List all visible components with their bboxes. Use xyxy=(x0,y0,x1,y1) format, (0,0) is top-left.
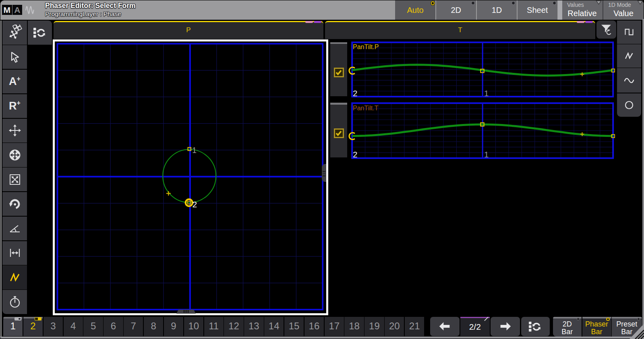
svg-text:PanTilt.P: PanTilt.P xyxy=(353,43,379,50)
svg-text:2: 2 xyxy=(353,89,357,98)
svg-text:1: 1 xyxy=(484,149,489,159)
svg-text:PanTilt.T: PanTilt.T xyxy=(353,104,379,111)
svg-text:1: 1 xyxy=(484,89,489,98)
svg-text:2: 2 xyxy=(353,149,357,159)
svg-text:2: 2 xyxy=(193,200,197,209)
svg-text:1: 1 xyxy=(192,146,197,155)
